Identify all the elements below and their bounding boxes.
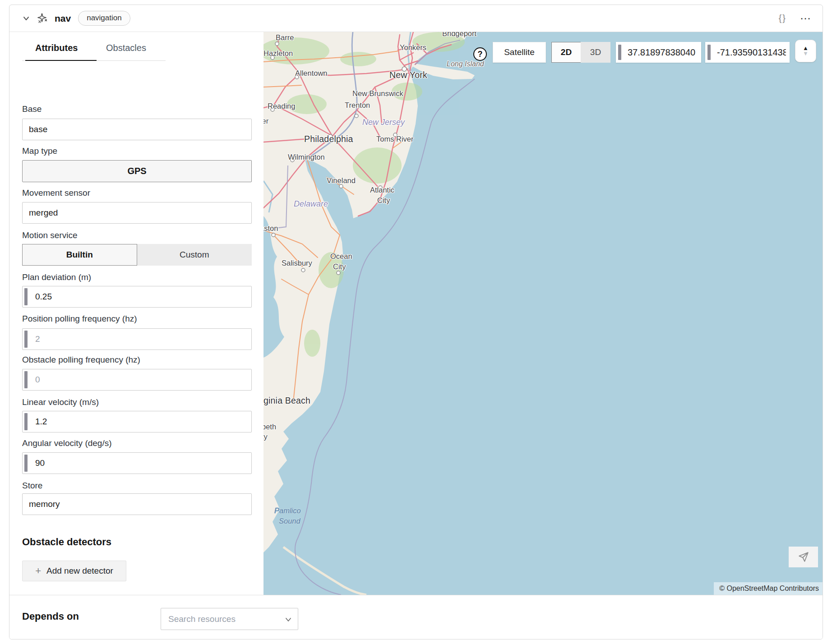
movement-sensor-input[interactable] bbox=[22, 202, 252, 224]
map-label-city: Atlantic bbox=[370, 186, 394, 194]
map-type-gps-button[interactable]: GPS bbox=[22, 160, 252, 182]
tab-active-underline bbox=[25, 60, 97, 61]
longitude-field bbox=[705, 42, 790, 63]
step-down-icon[interactable]: ▼ bbox=[803, 51, 809, 56]
store-label: Store bbox=[22, 481, 42, 491]
movement-sensor-label: Movement sensor bbox=[22, 188, 90, 198]
map-attribution: © OpenStreetMap Contributors bbox=[714, 582, 823, 595]
map-label-state: Delaware bbox=[294, 199, 328, 209]
service-card-body: Attributes Obstacles Base Map type GPS M… bbox=[9, 32, 823, 595]
drag-handle[interactable] bbox=[24, 413, 28, 430]
map-label-city: Hazleton bbox=[263, 49, 293, 58]
service-type-badge: navigation bbox=[78, 11, 130, 25]
navigation-arrow-icon bbox=[798, 551, 809, 563]
service-card-header: nav navigation {} ⋯ bbox=[9, 5, 823, 32]
map-label-city: Allentown bbox=[295, 69, 328, 78]
plan-deviation-field bbox=[22, 286, 252, 308]
angular-velocity-label: Angular velocity (deg/s) bbox=[22, 438, 112, 448]
map-label-city: Philadelphia bbox=[304, 134, 353, 144]
map-label-city: ter bbox=[263, 117, 268, 125]
service-sparkle-icon bbox=[37, 13, 48, 24]
obstacle-detectors-heading: Obstacle detectors bbox=[22, 536, 111, 548]
map-label-city: Barre bbox=[276, 33, 294, 42]
coordinate-stepper: ▲ ▼ bbox=[795, 40, 816, 62]
search-resources-select bbox=[161, 608, 298, 630]
map-type-label: Map type bbox=[22, 146, 57, 156]
linear-velocity-field bbox=[22, 411, 252, 432]
map-label-city: Wilmington bbox=[288, 153, 325, 161]
depends-on-heading: Depends on bbox=[22, 611, 79, 622]
tab-obstacles[interactable]: Obstacles bbox=[106, 43, 146, 53]
service-card: nav navigation {} ⋯ Attributes Obstacles… bbox=[9, 5, 823, 639]
position-polling-input[interactable] bbox=[22, 328, 252, 350]
map-label-city: City bbox=[377, 196, 390, 205]
mode-3d-button[interactable]: 3D bbox=[581, 42, 610, 63]
map-label-city: Toms River bbox=[376, 135, 414, 143]
code-braces-icon[interactable]: {} bbox=[779, 13, 786, 23]
store-input[interactable] bbox=[22, 493, 252, 515]
map-label-water: Pamlico bbox=[274, 506, 301, 515]
map-label-city: ty bbox=[263, 432, 268, 441]
motion-service-custom-button[interactable]: Custom bbox=[137, 244, 252, 266]
map-label-island: Long Island bbox=[447, 60, 484, 68]
obstacle-polling-input[interactable] bbox=[22, 369, 252, 391]
map-canvas[interactable]: Barre Hazleton Allentown Reading ter Tre… bbox=[263, 32, 823, 595]
map-label-city: beth bbox=[263, 423, 276, 431]
add-detector-label: Add new detector bbox=[46, 566, 113, 576]
plan-deviation-input[interactable] bbox=[22, 286, 252, 308]
map-label-water: Sound bbox=[279, 517, 300, 525]
locate-me-button[interactable] bbox=[789, 547, 818, 567]
chevron-down-icon[interactable] bbox=[284, 616, 292, 624]
angular-velocity-field bbox=[22, 452, 252, 474]
plan-deviation-label: Plan deviation (m) bbox=[22, 272, 91, 282]
openstreetmap-graphic bbox=[263, 32, 823, 595]
satellite-toggle-button[interactable]: Satellite bbox=[493, 42, 546, 63]
map-label-city: Reading bbox=[268, 102, 295, 110]
map-label-city: City bbox=[333, 262, 346, 271]
motion-service-label: Motion service bbox=[22, 230, 78, 240]
drag-handle[interactable] bbox=[618, 45, 621, 60]
attributes-panel: Attributes Obstacles Base Map type GPS M… bbox=[9, 32, 263, 595]
motion-service-builtin-button[interactable]: Builtin bbox=[22, 244, 137, 266]
help-icon[interactable]: ? bbox=[473, 47, 487, 61]
obstacle-polling-label: Obstacle polling frequency (hz) bbox=[22, 355, 140, 365]
position-polling-field bbox=[22, 328, 252, 350]
map-label-city: Salisbury bbox=[282, 259, 312, 267]
base-input[interactable] bbox=[22, 119, 252, 140]
latitude-input[interactable] bbox=[616, 42, 701, 63]
drag-handle[interactable] bbox=[24, 288, 28, 305]
depends-on-section: Depends on bbox=[9, 595, 823, 639]
service-name: nav bbox=[55, 13, 71, 24]
motion-service-segmented: Builtin Custom bbox=[22, 244, 252, 266]
tab-attributes[interactable]: Attributes bbox=[35, 43, 78, 53]
base-label: Base bbox=[22, 104, 42, 114]
map-label-city: Yonkers bbox=[400, 43, 426, 52]
obstacle-polling-field bbox=[22, 369, 252, 391]
linear-velocity-input[interactable] bbox=[22, 411, 252, 432]
screen: nav navigation {} ⋯ Attributes Obstacles… bbox=[0, 0, 832, 644]
map-label-city: aston bbox=[263, 224, 278, 233]
angular-velocity-input[interactable] bbox=[22, 452, 252, 474]
map-label-city: New York bbox=[389, 70, 427, 80]
linear-velocity-label: Linear velocity (m/s) bbox=[22, 397, 99, 407]
position-polling-label: Position polling frequency (hz) bbox=[22, 314, 137, 324]
collapse-chevron-icon[interactable] bbox=[21, 14, 31, 23]
longitude-input[interactable] bbox=[705, 42, 790, 63]
map-label-city: Ocean bbox=[330, 252, 352, 261]
plus-icon: + bbox=[35, 566, 41, 576]
drag-handle[interactable] bbox=[24, 371, 28, 388]
search-resources-input[interactable] bbox=[161, 608, 298, 630]
drag-handle[interactable] bbox=[24, 455, 28, 472]
map-label-city: Bridgeport bbox=[442, 32, 476, 38]
drag-handle[interactable] bbox=[24, 331, 28, 348]
map-label-city: New Brunswick bbox=[352, 89, 403, 98]
more-menu-icon[interactable]: ⋯ bbox=[800, 16, 811, 21]
map-label-state: New Jersey bbox=[362, 118, 405, 127]
map-label-city: Trenton bbox=[345, 101, 370, 110]
mode-2d-button[interactable]: 2D bbox=[551, 42, 581, 63]
add-detector-button[interactable]: + Add new detector bbox=[22, 561, 126, 581]
map-label-city: ginia Beach bbox=[263, 396, 310, 406]
latitude-field bbox=[616, 42, 701, 63]
drag-handle[interactable] bbox=[707, 45, 711, 60]
map-label-city: Vineland bbox=[327, 176, 356, 185]
